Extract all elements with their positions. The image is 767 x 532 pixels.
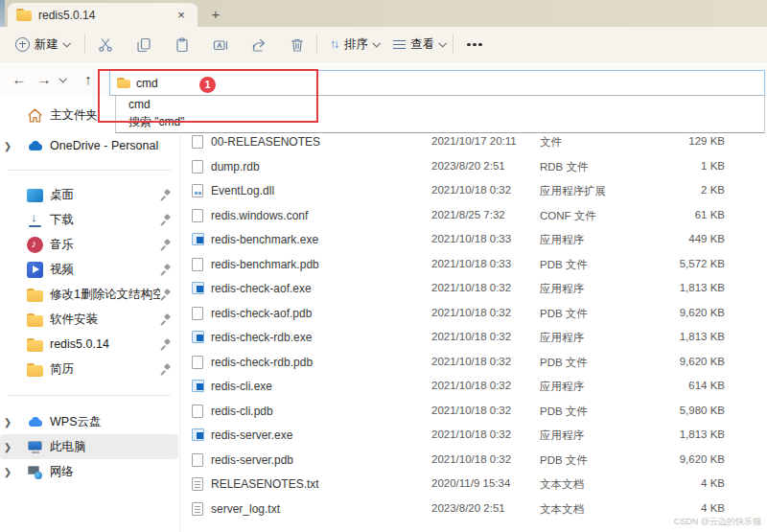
copy-button[interactable] bbox=[130, 33, 157, 57]
delete-button[interactable] bbox=[284, 33, 311, 57]
table-row[interactable]: redis-server.exe 2021/10/18 0:32 应用程序 1,… bbox=[180, 423, 767, 448]
table-row[interactable]: redis-benchmark.exe 2021/10/18 0:33 应用程序… bbox=[180, 227, 767, 252]
file-name: redis-check-aof.pdb bbox=[211, 307, 312, 320]
chevron-right-icon[interactable]: ❯ bbox=[0, 417, 15, 428]
file-date: 2021/10/18 0:32 bbox=[431, 428, 511, 440]
up-button[interactable]: ↑ bbox=[77, 68, 100, 91]
sidebar-tree-item[interactable]: ❯ 网络 bbox=[0, 459, 178, 484]
address-bar-input[interactable]: cmd bbox=[109, 70, 765, 96]
folder-icon bbox=[27, 287, 43, 303]
exe-file-icon bbox=[192, 233, 204, 245]
sidebar-pinned-item[interactable]: redis5.0.14 bbox=[0, 332, 178, 357]
pin-icon bbox=[160, 339, 171, 350]
file-type: 应用程序 bbox=[540, 331, 584, 345]
chevron-right-icon[interactable]: ❯ bbox=[0, 141, 15, 151]
table-row[interactable]: redis-check-aof.exe 2021/10/18 0:32 应用程序… bbox=[180, 276, 767, 301]
sidebar-pinned-item[interactable]: 视频 bbox=[0, 257, 178, 282]
txt-file-icon bbox=[192, 502, 203, 516]
toolbar-separator bbox=[453, 35, 453, 54]
file-date: 2021/10/17 20:11 bbox=[431, 135, 517, 147]
file-type: PDB 文件 bbox=[540, 258, 588, 272]
sidebar-divider bbox=[8, 170, 171, 171]
table-row[interactable]: dump.rdb 2023/8/20 2:51 RDB 文件 1 KB bbox=[180, 154, 767, 179]
file-name: server_log.txt bbox=[211, 502, 280, 516]
cloud2-icon bbox=[27, 414, 43, 430]
table-row[interactable]: EventLog.dll 2021/10/18 0:32 应用程序扩展 2 KB bbox=[180, 178, 767, 203]
back-button[interactable]: ← bbox=[8, 68, 31, 91]
file-list: 00-RELEASENOTES 2021/10/17 20:11 文件 129 … bbox=[180, 129, 767, 532]
toolbar-separator bbox=[316, 35, 317, 54]
new-tab-button[interactable]: + bbox=[205, 4, 226, 25]
onedrive-cloud-icon bbox=[27, 138, 43, 154]
table-row[interactable]: redis-benchmark.pdb 2021/10/18 0:33 PDB … bbox=[180, 252, 767, 277]
downloads-icon bbox=[27, 212, 43, 228]
tab-redis5014[interactable]: redis5.0.14 × bbox=[8, 3, 198, 27]
folder-icon bbox=[117, 78, 130, 88]
view-button[interactable]: 查看 bbox=[387, 32, 451, 57]
sidebar-pinned-item[interactable]: 修改1删除论文结构空白页 bbox=[0, 282, 178, 307]
navigation-pane: 主文件夹 ❯ OneDrive - Personal 桌面 下载 音乐 视频 bbox=[0, 97, 180, 532]
table-row[interactable]: redis-server.pdb 2021/10/18 0:32 PDB 文件 … bbox=[180, 448, 767, 473]
cut-button[interactable] bbox=[92, 33, 119, 57]
sidebar-pinned-item[interactable]: 桌面 bbox=[0, 182, 178, 207]
sidebar-pinned-item[interactable]: 软件安装 bbox=[0, 307, 178, 332]
file-type: 应用程序扩展 bbox=[540, 184, 606, 198]
table-row[interactable]: redis-cli.exe 2021/10/18 0:32 应用程序 614 K… bbox=[180, 374, 767, 399]
rename-button[interactable] bbox=[207, 33, 234, 57]
file-size: 9,620 KB bbox=[600, 356, 725, 367]
file-size: 129 KB bbox=[600, 135, 725, 147]
paste-button[interactable] bbox=[169, 33, 196, 57]
file-date: 2021/10/18 0:32 bbox=[431, 380, 511, 391]
share-button[interactable] bbox=[245, 33, 272, 57]
network-icon bbox=[27, 464, 43, 480]
exe-file-icon bbox=[192, 428, 204, 441]
table-row[interactable]: redis-cli.pdb 2021/10/18 0:32 PDB 文件 5,9… bbox=[180, 399, 767, 424]
suggestion-item[interactable]: 搜索 "cmd" bbox=[116, 113, 764, 130]
sort-button[interactable]: ↑↓ 排序 bbox=[324, 32, 384, 57]
recent-locations-button[interactable] bbox=[58, 75, 66, 82]
file-name: redis-server.exe bbox=[211, 428, 292, 442]
sidebar-item-label: redis5.0.14 bbox=[50, 337, 160, 351]
folder-icon bbox=[27, 361, 43, 378]
sidebar-tree-item[interactable]: ❯ WPS云盘 bbox=[0, 409, 178, 434]
file-type: 应用程序 bbox=[540, 282, 584, 296]
table-row[interactable]: redis-check-rdb.pdb 2021/10/18 0:32 PDB … bbox=[180, 350, 767, 375]
exe-file-icon bbox=[192, 380, 204, 392]
chevron-down-icon bbox=[438, 39, 446, 47]
new-button[interactable]: 新建 bbox=[10, 32, 75, 57]
txt-file-icon bbox=[192, 477, 203, 491]
sidebar-pinned-item[interactable]: 音乐 bbox=[0, 232, 178, 257]
chevron-down-icon bbox=[62, 39, 70, 47]
suggestion-item[interactable]: cmd bbox=[116, 96, 764, 113]
sidebar-item-label: 视频 bbox=[50, 262, 160, 278]
scissors-icon bbox=[98, 37, 113, 53]
table-row[interactable]: redis-check-aof.pdb 2021/10/18 0:32 PDB … bbox=[180, 301, 767, 326]
table-row[interactable]: RELEASENOTES.txt 2020/11/9 15:34 文本文档 4 … bbox=[180, 472, 767, 497]
file-file-icon bbox=[192, 209, 203, 222]
sidebar-tree-item[interactable]: ❯ 此电脑 bbox=[0, 434, 178, 459]
file-type: PDB 文件 bbox=[540, 453, 588, 468]
more-options-button[interactable] bbox=[460, 33, 489, 57]
table-row[interactable]: redis-check-rdb.exe 2021/10/18 0:32 应用程序… bbox=[180, 325, 767, 350]
copy-icon bbox=[136, 37, 151, 53]
file-size: 2 KB bbox=[600, 184, 725, 196]
new-button-label: 新建 bbox=[35, 36, 58, 53]
sidebar-item-label: 简历 bbox=[50, 361, 160, 378]
file-file-icon bbox=[192, 135, 203, 149]
file-type: PDB 文件 bbox=[540, 307, 588, 321]
file-type: 文件 bbox=[540, 135, 562, 150]
file-size: 5,980 KB bbox=[600, 405, 725, 416]
chevron-right-icon[interactable]: ❯ bbox=[0, 442, 15, 452]
forward-button[interactable]: → bbox=[33, 68, 56, 91]
table-row[interactable]: redis.windows.conf 2021/8/25 7:32 CONF 文… bbox=[180, 203, 767, 228]
rename-icon bbox=[213, 37, 228, 53]
sidebar-pinned-item[interactable]: 简历 bbox=[0, 357, 178, 382]
sidebar-pinned-item[interactable]: 下载 bbox=[0, 207, 178, 232]
sidebar-divider bbox=[8, 395, 171, 396]
chevron-right-icon[interactable]: ❯ bbox=[0, 467, 15, 477]
sidebar-item-onedrive[interactable]: ❯ OneDrive - Personal bbox=[0, 133, 178, 158]
file-date: 2021/10/18 0:33 bbox=[431, 233, 511, 244]
close-tab-icon[interactable]: × bbox=[173, 7, 190, 24]
file-name: redis-cli.pdb bbox=[211, 405, 273, 418]
pin-icon bbox=[160, 314, 171, 325]
